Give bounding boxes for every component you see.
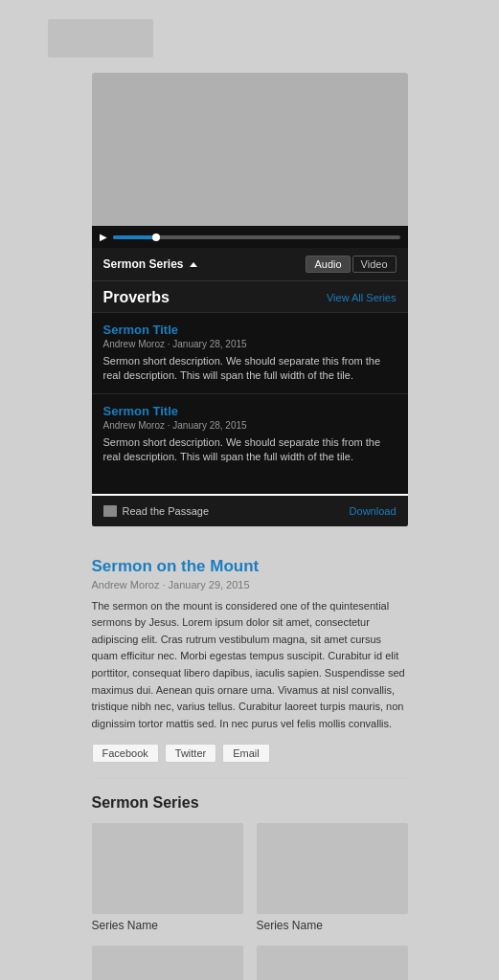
sermon-main-body: The sermon on the mount is considered on… (92, 598, 408, 733)
sermon-item-2: Sermon Title Andrew Moroz · January 28, … (92, 393, 408, 475)
sermon-item-2-desc: Sermon short description. We should sepa… (103, 435, 397, 465)
series-card-1[interactable]: Series Name (92, 823, 243, 932)
view-all-link[interactable]: View All Series (327, 292, 397, 303)
series-card-1-name: Series Name (92, 919, 243, 932)
panel-spacer (92, 475, 408, 494)
progress-dot (152, 234, 160, 241)
series-thumb-3 (92, 946, 243, 980)
sermon-main-title[interactable]: Sermon on the Mount (92, 557, 408, 576)
sermon-item-1: Sermon Title Andrew Moroz · January 28, … (92, 312, 408, 393)
sermon-item-1-desc: Sermon short description. We should sepa… (103, 354, 397, 384)
read-passage-label: Read the Passage (123, 505, 210, 517)
video-area (92, 73, 408, 226)
series-card-2[interactable]: Series Name (257, 823, 408, 932)
audio-button[interactable]: Audio (306, 256, 350, 273)
series-grid: Series Name Series Name Series Name Seri… (92, 823, 408, 980)
sermon-item-1-title[interactable]: Sermon Title (103, 323, 397, 337)
page-container: ▶ Sermon Series Audio Video Proverbs Vie… (0, 0, 499, 980)
logo (48, 19, 153, 57)
series-card-2-name: Series Name (257, 919, 408, 932)
read-passage-button[interactable]: Read the Passage (103, 505, 210, 517)
progress-fill (113, 235, 156, 239)
sermon-series-section: Sermon Series Series Name Series Name Se… (92, 794, 408, 980)
facebook-button[interactable]: Facebook (92, 744, 159, 763)
series-card-4[interactable]: Series Name (257, 946, 408, 980)
series-thumb-2 (257, 823, 408, 914)
download-link[interactable]: Download (350, 505, 397, 517)
email-button[interactable]: Email (222, 744, 270, 763)
sermon-item-2-title[interactable]: Sermon Title (103, 404, 397, 418)
player-controls: ▶ (92, 226, 408, 248)
sermon-item-1-meta: Andrew Moroz · January 28, 2015 (103, 339, 397, 349)
play-button[interactable]: ▶ (100, 232, 107, 242)
content-section: Sermon on the Mount Andrew Moroz · Janua… (92, 546, 408, 980)
main-card: ▶ Sermon Series Audio Video Proverbs Vie… (92, 73, 408, 526)
series-label-group: Sermon Series (103, 257, 197, 271)
twitter-button[interactable]: Twitter (165, 744, 216, 763)
series-label: Sermon Series (103, 257, 184, 271)
sermon-item-2-meta: Andrew Moroz · January 28, 2015 (103, 420, 397, 431)
book-icon (103, 505, 117, 517)
video-button[interactable]: Video (352, 256, 397, 273)
series-name: Proverbs (103, 289, 170, 306)
sermon-main-meta: Andrew Moroz · January 29, 2015 (92, 579, 408, 590)
social-buttons: Facebook Twitter Email (92, 744, 408, 763)
series-panel-header[interactable]: Sermon Series Audio Video (92, 248, 408, 280)
audio-video-toggle: Audio Video (306, 256, 396, 273)
divider (92, 778, 408, 779)
chevron-up-icon (190, 262, 197, 267)
series-thumb-4 (257, 946, 408, 980)
bottom-bar: Read the Passage Download (92, 496, 408, 526)
series-thumb-1 (92, 823, 243, 914)
series-title-row: Proverbs View All Series (92, 280, 408, 312)
series-card-3[interactable]: Series Name (92, 946, 243, 980)
progress-bar[interactable] (113, 235, 400, 239)
series-section-title: Sermon Series (92, 794, 408, 812)
